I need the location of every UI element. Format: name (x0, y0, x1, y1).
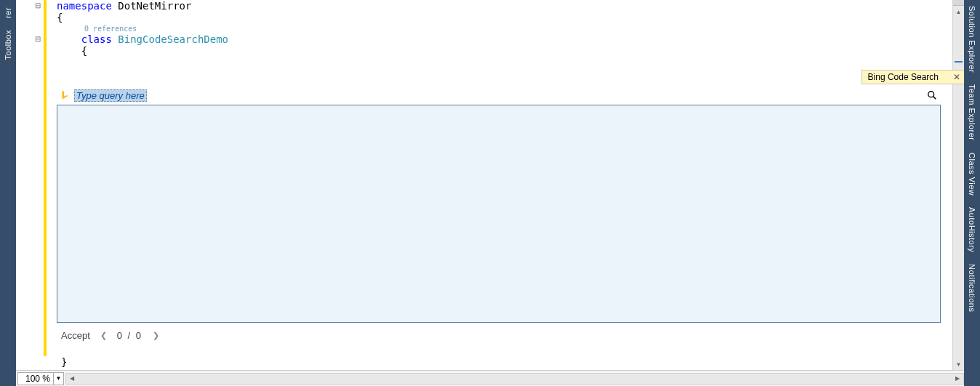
rail-item-class-view[interactable]: Class View (968, 150, 976, 198)
prev-result-icon[interactable]: ❮ (97, 331, 110, 340)
class-name: BingCodeSearchDemo (112, 33, 228, 45)
search-results-area[interactable] (57, 105, 941, 323)
keyword-class: class (81, 33, 112, 45)
search-placeholder: Type query here (74, 89, 147, 102)
scroll-track[interactable] (953, 17, 964, 358)
search-icon[interactable] (926, 89, 938, 101)
bing-logo-icon (60, 90, 70, 100)
search-input[interactable]: Type query here (74, 89, 922, 102)
scroll-right-icon[interactable]: ▶ (952, 374, 963, 384)
app-root: rer Toolbox ⊟ ⊟ namespace DotNetMirror {… (0, 0, 980, 386)
chevron-down-icon[interactable]: ▼ (53, 373, 63, 385)
collapse-icon[interactable]: ⊟ (35, 35, 41, 43)
tag-label: Bing Code Search (862, 72, 943, 82)
results-nav-row: Accept ❮ 0 / 0 ❯ (57, 323, 941, 345)
brace-open: { (81, 45, 87, 57)
accept-button[interactable]: Accept (61, 330, 90, 341)
bing-code-search-panel: Type query here Accept ❮ 0 / 0 ❯ (57, 87, 941, 345)
keyword-namespace: namespace (57, 0, 112, 12)
vertical-scrollbar[interactable]: ▲ ▼ (952, 0, 964, 370)
brace-close: } (61, 356, 67, 368)
rail-item-autohistory[interactable]: AutoHistory (968, 204, 976, 255)
search-header: Type query here (57, 87, 941, 105)
editor-column: ⊟ ⊟ namespace DotNetMirror { 0 reference… (16, 0, 964, 386)
scroll-down-icon[interactable]: ▼ (953, 358, 964, 370)
zoom-selector[interactable]: 100 % ▼ (17, 372, 64, 385)
next-result-icon[interactable]: ❯ (150, 331, 162, 340)
namespace-name: DotNetMirror (112, 0, 192, 12)
scroll-up-icon[interactable]: ▲ (953, 6, 964, 17)
horizontal-scrollbar[interactable]: ◀ ▶ (65, 373, 964, 385)
collapse-icon[interactable]: ⊟ (35, 1, 41, 9)
close-icon[interactable]: ✕ (949, 72, 964, 82)
rail-item-truncated[interactable]: rer (4, 3, 12, 23)
result-counter: 0 / 0 (117, 330, 142, 341)
editor-status-bar: 100 % ▼ ◀ ▶ (16, 370, 964, 386)
svg-point-0 (928, 92, 934, 97)
rail-item-toolbox[interactable]: Toolbox (4, 25, 12, 64)
svg-line-1 (933, 97, 936, 100)
pin-icon[interactable] (943, 72, 949, 82)
code-editor[interactable]: ⊟ ⊟ namespace DotNetMirror { 0 reference… (16, 0, 964, 370)
editor-gutter: ⊟ ⊟ (16, 0, 47, 370)
codelens-references[interactable]: 0 references (57, 23, 964, 33)
zoom-value: 100 % (18, 374, 53, 384)
rail-item-notifications[interactable]: Notifications (968, 261, 976, 315)
split-handle[interactable] (953, 0, 964, 6)
rail-item-team-explorer[interactable]: Team Explorer (968, 81, 976, 143)
right-tool-rail: Solution Explorer Team Explorer Class Vi… (964, 0, 980, 386)
scroll-left-icon[interactable]: ◀ (66, 374, 78, 384)
rail-item-solution-explorer[interactable]: Solution Explorer (968, 3, 976, 76)
bing-code-search-tag: Bing Code Search ✕ (861, 70, 964, 84)
caret-marker (955, 61, 963, 63)
left-tool-rail: rer Toolbox (0, 0, 16, 386)
brace-open: { (57, 12, 63, 23)
